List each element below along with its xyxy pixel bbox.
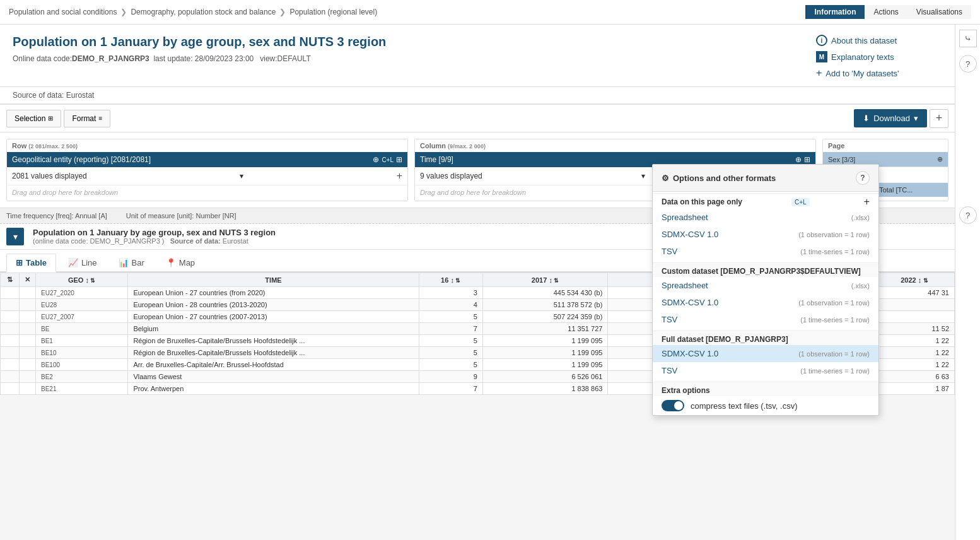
row-dim-plus-icon[interactable]: ⊕ <box>373 155 379 164</box>
tab-table[interactable]: ⊞ Table <box>6 254 56 273</box>
row-dim-dropdown[interactable]: 2081 values displayed ▾ + <box>7 167 407 185</box>
table-cell <box>1 335 20 347</box>
gear-icon: ⚙ <box>662 173 669 183</box>
help-button[interactable]: ? <box>856 171 870 185</box>
tab-line[interactable]: 📈 Line <box>59 254 107 271</box>
format-icon: ≡ <box>98 115 102 122</box>
sidebar-tab-actions[interactable]: Actions <box>865 5 907 19</box>
row-dim-header[interactable]: Geopolitical entity (reporting) [2081/20… <box>7 152 407 167</box>
compress-toggle[interactable] <box>662 400 684 411</box>
table-cell <box>20 359 36 371</box>
tab-bar[interactable]: 📊 Bar <box>109 254 154 271</box>
table-cell: 1 838 863 <box>482 383 607 395</box>
tab-map[interactable]: 📍 Map <box>156 254 204 271</box>
tsv-custom-row[interactable]: TSV (1 time-series = 1 row) <box>653 311 878 328</box>
table-icon: ⊞ <box>16 258 23 267</box>
col-dim-grid-icon[interactable]: ⊞ <box>804 155 810 164</box>
table-cell: Vlaams Gewest <box>128 371 419 383</box>
table-cell <box>20 299 36 311</box>
add-button[interactable]: + <box>930 109 948 128</box>
dataset-header: Population on 1 January by age group, se… <box>0 25 955 87</box>
download-button[interactable]: ⬇ Download ▾ <box>854 109 927 127</box>
page-only-plus[interactable]: + <box>864 196 870 208</box>
line-icon: 📈 <box>68 258 78 267</box>
tsv-page-row[interactable]: TSV (1 time-series = 1 row) <box>653 243 878 260</box>
table-cell: Prov. Antwerpen <box>128 383 419 395</box>
breadcrumb-item-1[interactable]: Population and social conditions <box>9 8 117 16</box>
sdmx-csv-custom-row[interactable]: SDMX-CSV 1.0 (1 observation = 1 row) <box>653 294 878 311</box>
format-button[interactable]: Format ≡ <box>64 110 110 127</box>
selection-label: Selection <box>15 114 45 123</box>
row-dropdown-arrow[interactable]: ▾ <box>240 172 243 180</box>
table-cell: 5 <box>419 359 482 371</box>
info-icon: i <box>816 35 827 46</box>
dataset-actions: i About this dataset M Explanatory texts… <box>816 35 942 79</box>
breadcrumb-sep-2: ❯ <box>279 8 286 16</box>
spreadsheet-page-row[interactable]: Spreadsheet (.xlsx) <box>653 209 878 226</box>
dataset-meta: Online data code:DEMO_R_PJANGRP3 last up… <box>13 54 816 63</box>
table-cell <box>20 335 36 347</box>
row-dim-name: Geopolitical entity (reporting) [2081/20… <box>12 155 151 164</box>
table-cell: European Union - 27 countries (from 2020… <box>128 287 419 299</box>
sdmx-csv-page-row[interactable]: SDMX-CSV 1.0 (1 observation = 1 row) <box>653 226 878 243</box>
table-cell: Région de Bruxelles-Capitale/Brussels Ho… <box>128 335 419 347</box>
table-cell <box>20 383 36 395</box>
page-only-tag: C+L <box>791 198 810 206</box>
table-cell: 1 87 <box>875 383 955 395</box>
table-cell: BE100 <box>36 359 128 371</box>
help-icon-button[interactable]: ? <box>959 55 977 73</box>
toolbar: Selection ⊞ Format ≡ ⬇ Download ▾ + <box>0 105 955 132</box>
map-icon: 📍 <box>166 258 176 267</box>
time-freq: Time frequency [freq]: Annual [A] <box>6 212 107 220</box>
row-add-icon[interactable]: + <box>397 170 402 182</box>
about-dataset-link[interactable]: i About this dataset <box>816 35 897 46</box>
sidebar-tab-visualisations[interactable]: Visualisations <box>907 5 971 19</box>
col-dropdown-arrow[interactable]: ▾ <box>641 172 645 180</box>
table-cell <box>1 359 20 371</box>
tsv-full-row[interactable]: TSV (1 time-series = 1 row) <box>653 362 878 379</box>
col-sort-arrows[interactable]: ⇅ <box>1 273 20 287</box>
table-cell: 7 <box>419 323 482 335</box>
dataset-title: Population on 1 January by age group, se… <box>13 35 816 49</box>
table-cell: 1 22 <box>875 359 955 371</box>
explanatory-texts-link[interactable]: M Explanatory texts <box>816 51 894 62</box>
table-cell <box>20 347 36 359</box>
table-cell: 511 378 572 (b) <box>482 299 607 311</box>
add-to-my-datasets-link[interactable]: + Add to 'My datasets' <box>816 68 899 79</box>
table-cell: 507 224 359 (b) <box>482 311 607 323</box>
row-values-displayed: 2081 values displayed <box>12 172 87 180</box>
breadcrumb-item-3[interactable]: Population (regional level) <box>289 8 377 16</box>
breadcrumb-item-2[interactable]: Demography, population stock and balance <box>131 8 276 16</box>
table-cell: BE10 <box>36 347 128 359</box>
table-cell <box>20 323 36 335</box>
col-2016[interactable]: 16 ↕ <box>419 273 482 287</box>
table-cell: EU28 <box>36 299 128 311</box>
spreadsheet-custom-row[interactable]: Spreadsheet (.xlsx) <box>653 277 878 294</box>
help-icon-button-2[interactable]: ? <box>959 206 977 224</box>
table-cell: 6 526 061 <box>482 371 607 383</box>
table-cell <box>1 287 20 299</box>
table-cell: Région de Bruxelles-Capitale/Brussels Ho… <box>128 347 419 359</box>
data-table-title: Population on 1 January by age group, se… <box>33 228 276 237</box>
share-icon-button[interactable]: ⤷ <box>959 30 977 47</box>
section-full-title: Full dataset [DEMO_R_PJANGRP3] <box>653 331 878 345</box>
col-reset[interactable]: ✕ <box>20 273 36 287</box>
row-dim-tag: C+L <box>382 156 394 163</box>
col-2022[interactable]: 2022 ↕ <box>875 273 955 287</box>
row-dim-grid-icon[interactable]: ⊞ <box>396 155 402 164</box>
section-custom-title: Custom dataset [DEMO_R_PJANGRP3$DEFAULTV… <box>653 262 878 277</box>
sdmx-csv-full-row[interactable]: SDMX-CSV 1.0 (1 observation = 1 row) <box>653 345 878 362</box>
col-2017[interactable]: 2017 ↕ <box>482 273 607 287</box>
table-cell: 1 199 095 <box>482 335 607 347</box>
compress-row[interactable]: compress text files (.tsv, .csv) <box>653 396 878 415</box>
selection-button[interactable]: Selection ⊞ <box>6 110 61 127</box>
table-cell <box>1 383 20 395</box>
col-geo[interactable]: GEO ↕ <box>36 273 128 287</box>
table-cell: 6 63 <box>875 371 955 383</box>
table-cell <box>1 371 20 383</box>
table-cell: 1 199 095 <box>482 347 607 359</box>
col-dim-plus-icon[interactable]: ⊕ <box>795 155 802 164</box>
sidebar-tab-information[interactable]: Information <box>805 5 865 19</box>
sex-dim-plus[interactable]: ⊕ <box>937 155 943 163</box>
collapse-button[interactable]: ▾ <box>6 228 24 245</box>
